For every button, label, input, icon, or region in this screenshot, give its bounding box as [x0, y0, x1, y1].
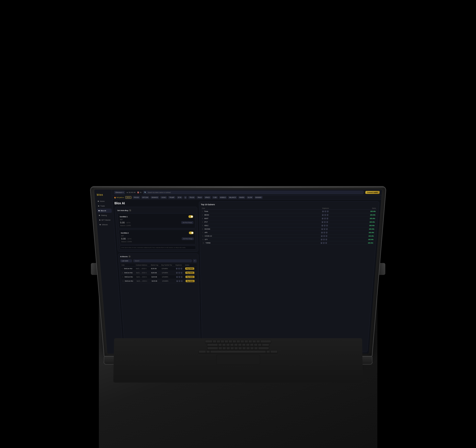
wallet-2-toggle[interactable] [189, 232, 193, 234]
aiblocks-filter-select[interactable]: Last week [120, 260, 132, 262]
gainer-explorer-2[interactable]: ◇ [323, 232, 325, 233]
gainer-explorer-3[interactable]: ⬡ [326, 232, 328, 233]
buy-token-button-0[interactable]: Buy token [185, 267, 194, 270]
aiblocks-filter-button[interactable]: ≡ [193, 259, 197, 263]
touchpad[interactable] [216, 355, 260, 365]
gainer-explorer-1[interactable]: ◈ [320, 242, 323, 244]
copy-icon[interactable]: ⧉ [146, 276, 147, 278]
explorer-icon-3[interactable]: ⬡ [180, 272, 182, 274]
copy-icon[interactable]: ⧉ [145, 268, 146, 269]
pair-tag-bungee[interactable]: BUNGEE [254, 196, 262, 199]
gainer-explorer-2[interactable]: ◇ [323, 228, 325, 230]
gainer-explorer-1[interactable]: ◈ [321, 235, 323, 237]
explorer-icon-1[interactable]: ◈ [176, 268, 178, 270]
explorer-icon-1[interactable]: ◈ [176, 272, 178, 274]
gainer-explorer-3[interactable]: ⬡ [326, 225, 328, 227]
pair-tag-glow[interactable]: GLOW [246, 196, 253, 199]
gainer-explorer-3[interactable]: ⬡ [325, 238, 327, 240]
pair-tag-goag[interactable]: GOAG [160, 196, 167, 199]
gainer-explorer-3[interactable]: ⬡ [326, 221, 328, 223]
gainer-explorer-1[interactable]: ◈ [322, 214, 324, 216]
gainer-row-7-explorers: ◈ ◇ ⬡ [274, 234, 329, 238]
key-r [225, 340, 228, 343]
explorer-icon-3[interactable]: ⬡ [180, 268, 182, 270]
key-o [244, 340, 248, 343]
explorer-icon-3[interactable]: ⬡ [180, 276, 182, 278]
sidebar-item-blox-ai[interactable]: Blox AI [97, 209, 112, 213]
gainer-explorer-1[interactable]: ◈ [321, 232, 323, 233]
copy-icon[interactable]: ⧉ [146, 280, 147, 282]
pair-tag-bitcoin[interactable]: BITCOIN [141, 196, 149, 199]
pair-tag-binance[interactable]: BINANCE [150, 196, 159, 199]
gainer-explorer-1[interactable]: ◈ [321, 238, 323, 240]
laptop-assembly: blox Home Trade [104, 193, 372, 364]
gainer-explorer-2[interactable]: ◇ [324, 217, 326, 219]
network-selector[interactable]: Ethereum ▾ [114, 191, 125, 194]
pair-tag-raven[interactable]: RAVEN [238, 196, 245, 199]
explorer-icon-2[interactable]: ◇ [178, 276, 180, 278]
pair-tag-truck[interactable]: TRUCK [188, 196, 195, 199]
ai-blocks-table: Coin Contract Address Market Cap Buy Tax… [120, 264, 197, 283]
connect-wallet-button[interactable]: Connect wallet [365, 191, 380, 194]
sidebar-item-staking[interactable]: Staking [97, 213, 112, 217]
explorer-icon-2[interactable]: ◇ [178, 272, 180, 274]
explorer-icon-2[interactable]: ◇ [178, 280, 180, 282]
copy-icon[interactable]: ⧉ [145, 272, 147, 273]
gainer-explorer-3[interactable]: ⬡ [326, 217, 328, 219]
key-d [226, 344, 230, 346]
gainer-explorer-1[interactable]: ◈ [321, 228, 323, 230]
gainer-explorer-1[interactable]: ◈ [322, 210, 324, 212]
explorer-icon-3[interactable]: ⬡ [181, 280, 183, 282]
gainer-explorer-2[interactable]: ◇ [324, 221, 326, 223]
pair-tag-mobius[interactable]: MOBIUS [219, 196, 227, 199]
buy-token-button-2[interactable]: Buy token [185, 276, 194, 278]
sidebar-item-home[interactable]: Home [96, 199, 111, 204]
aiblocks-search-input[interactable] [133, 260, 192, 262]
gainer-explorer-3[interactable]: ⬡ [325, 235, 327, 237]
gainer-explorer-2[interactable]: ◇ [324, 214, 326, 216]
gainer-explorer-3[interactable]: ⬡ [326, 228, 328, 230]
pair-tag-orck[interactable]: ORCK [125, 196, 131, 199]
pair-tag-q[interactable]: Q [184, 196, 187, 199]
laptop-base [104, 357, 373, 364]
pair-tag-balance[interactable]: BALANCE [228, 196, 237, 199]
gainer-explorer-2[interactable]: ◇ [323, 235, 325, 237]
gainer-explorer-2[interactable]: ◇ [323, 242, 325, 244]
gainer-explorer-2[interactable]: ◇ [324, 210, 326, 212]
pair-tag-cubi[interactable]: CUBI [212, 196, 218, 199]
gainer-explorer-1[interactable]: ◈ [322, 217, 324, 219]
buy-token-button-1[interactable]: Buy token [185, 272, 194, 274]
gainer-explorer-2[interactable]: ◇ [324, 225, 326, 227]
gainer-explorer-1[interactable]: ◈ [322, 221, 323, 223]
aiblocks-info-icon[interactable]: i [129, 255, 131, 258]
pair-tag-trump[interactable]: TRUMP [168, 196, 176, 199]
wallet-2-set-price-button[interactable]: Set Price Range [181, 237, 193, 240]
gainer-row-1-explorers: ◈ ◇ ⬡ [274, 213, 329, 217]
gitbook-dot-icon [99, 224, 101, 225]
explorer-icon-2[interactable]: ◇ [178, 268, 180, 270]
buy-token-button-3[interactable]: Buy token [185, 280, 194, 282]
wallet-1-toggle[interactable] [188, 215, 193, 218]
gainer-explorer-3[interactable]: ⬡ [326, 214, 329, 216]
search-input[interactable] [143, 191, 363, 194]
pair-tag-space[interactable]: SPACE [204, 196, 211, 199]
sidebar-item-gitbook[interactable]: Gitbook [98, 223, 113, 227]
explorer-icon-1[interactable]: ◈ [176, 280, 178, 282]
pair-tag-palm[interactable]: PALM [197, 196, 203, 199]
pair-tag-zeta[interactable]: ZETA [177, 196, 182, 199]
sidebar-item-trade-label: Trade [100, 205, 105, 207]
ai-row-0-marketcap: $135.0B [150, 267, 160, 271]
gainer-explorer-1[interactable]: ◈ [321, 225, 323, 227]
key-shift-l [207, 347, 218, 350]
gainer-explorer-3[interactable]: ⬡ [325, 242, 327, 244]
gainer-explorer-2[interactable]: ◇ [323, 238, 325, 240]
sidebar-item-nft-market[interactable]: NFT Market [98, 218, 112, 222]
sidebar-item-trade[interactable]: Trade [96, 204, 111, 208]
pair-tag-froge[interactable]: FROGE [133, 196, 140, 199]
explorer-icon-1[interactable]: ◈ [176, 276, 178, 278]
autobuy-info-icon[interactable]: i [129, 209, 131, 211]
key-e [221, 340, 224, 343]
wallet-1-set-price-button[interactable]: Set Price Range [181, 221, 193, 224]
gainer-row-7-coin: 8. COVID 2.0 [202, 234, 274, 238]
gainer-explorer-3[interactable]: ⬡ [327, 210, 329, 212]
